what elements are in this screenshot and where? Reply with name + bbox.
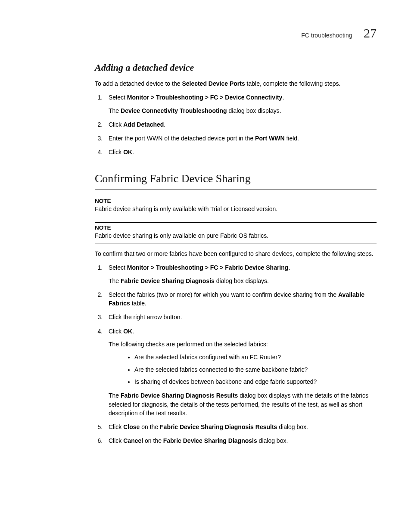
running-title: FC troubleshooting xyxy=(301,32,352,39)
text-bold: Fabric Device Sharing Diagnosis Results xyxy=(121,392,238,399)
text-bold: Add Detached xyxy=(123,121,164,128)
note-box-1: NOTE Fabric device sharing is only avail… xyxy=(95,196,377,217)
text-bold: OK xyxy=(123,328,132,335)
text-bold: Monitor > Troubleshooting > FC > Fabric … xyxy=(127,264,289,271)
step-item: Select Monitor > Troubleshooting > FC > … xyxy=(104,263,377,285)
bullet-item: Is sharing of devices between backbone a… xyxy=(134,377,377,386)
text: Click xyxy=(109,121,123,128)
text: dialog box displays. xyxy=(227,107,281,114)
text: dialog box. xyxy=(257,437,288,444)
step-item: Click Close on the Fabric Device Sharing… xyxy=(104,423,377,431)
note-box-2: NOTE Fabric device sharing is only avail… xyxy=(95,222,377,243)
step-result: The Fabric Device Sharing Diagnosis Resu… xyxy=(109,391,377,417)
text: . xyxy=(164,121,165,128)
text: dialog box displays. xyxy=(215,277,269,284)
text: To add a detached device to the xyxy=(95,80,182,87)
text-bold: Device Connectivity Troubleshooting xyxy=(121,107,227,114)
text: Select the fabrics (two or more) for whi… xyxy=(109,291,338,298)
text: dialog box. xyxy=(277,423,308,430)
note-text: Fabric device sharing is only available … xyxy=(95,205,377,214)
section-heading-confirming: Confirming Fabric Device Sharing xyxy=(95,172,377,185)
text: The xyxy=(109,392,121,399)
text-bold: Selected Device Ports xyxy=(182,80,245,87)
step-item: Click Cancel on the Fabric Device Sharin… xyxy=(104,436,377,445)
text: Click xyxy=(109,437,123,444)
step-item: Select Monitor > Troubleshooting > FC > … xyxy=(104,93,377,115)
step-sub: The Fabric Device Sharing Diagnosis dial… xyxy=(109,277,377,285)
section-heading-adding-detached: Adding a detached device xyxy=(95,62,377,73)
intro-paragraph-2: To confirm that two or more fabrics have… xyxy=(95,249,377,258)
step-item: Enter the port WWN of the detached devic… xyxy=(104,134,377,143)
bullet-list: Are the selected fabrics configured with… xyxy=(109,353,377,386)
text: table, complete the following steps. xyxy=(245,80,341,87)
document-page: FC troubleshooting 27 Adding a detached … xyxy=(0,0,411,485)
rule xyxy=(95,190,377,190)
steps-list-1: Select Monitor > Troubleshooting > FC > … xyxy=(95,93,377,156)
text: The xyxy=(109,277,121,284)
text-bold: Fabric Device Sharing Diagnosis Results xyxy=(160,423,277,430)
intro-paragraph: To add a detached device to the Selected… xyxy=(95,79,377,88)
bullet-item: Are the selected fabrics connected to th… xyxy=(134,365,377,374)
text-bold: OK xyxy=(123,149,132,156)
step-item: Click OK. xyxy=(104,148,377,156)
text: . xyxy=(132,149,134,156)
text: on the xyxy=(140,423,160,430)
text: field. xyxy=(285,135,299,142)
text-bold: Fabric Device Sharing Diagnosis xyxy=(163,437,257,444)
text-bold: Cancel xyxy=(123,437,143,444)
text: . xyxy=(132,328,134,335)
text-bold: Port WWN xyxy=(255,135,284,142)
step-item: Click Add Detached. xyxy=(104,120,377,129)
text: Select xyxy=(109,94,127,101)
step-item: Select the fabrics (two or more) for whi… xyxy=(104,290,377,308)
steps-list-2: Select Monitor > Troubleshooting > FC > … xyxy=(95,263,377,445)
note-label: NOTE xyxy=(95,224,377,231)
text-bold: Close xyxy=(123,423,140,430)
text: . xyxy=(282,94,284,101)
text: Click xyxy=(109,328,123,335)
text: Click the right arrow button. xyxy=(109,314,182,320)
note-label: NOTE xyxy=(95,198,377,204)
step-sub: The following checks are performed on th… xyxy=(109,340,377,348)
text-bold: Monitor > Troubleshooting > FC > Device … xyxy=(127,94,283,101)
step-sub: The Device Connectivity Troubleshooting … xyxy=(109,106,377,115)
text-bold: Fabric Device Sharing Diagnosis xyxy=(121,277,215,284)
note-text: Fabric device sharing is only available … xyxy=(95,232,377,240)
text: table. xyxy=(130,300,146,307)
bullet-item: Are the selected fabrics configured with… xyxy=(134,353,377,361)
step-item: Click OK. The following checks are perfo… xyxy=(104,327,377,417)
running-header: FC troubleshooting 27 xyxy=(95,26,377,40)
text: Select xyxy=(109,264,127,271)
text: on the xyxy=(143,437,163,444)
text: . xyxy=(288,264,290,271)
step-item: Click the right arrow button. xyxy=(104,313,377,321)
text: Enter the port WWN of the detached devic… xyxy=(109,135,255,142)
text: The xyxy=(109,107,121,114)
chapter-number: 27 xyxy=(364,26,377,40)
text: Click xyxy=(109,423,123,430)
text: Click xyxy=(109,149,123,156)
